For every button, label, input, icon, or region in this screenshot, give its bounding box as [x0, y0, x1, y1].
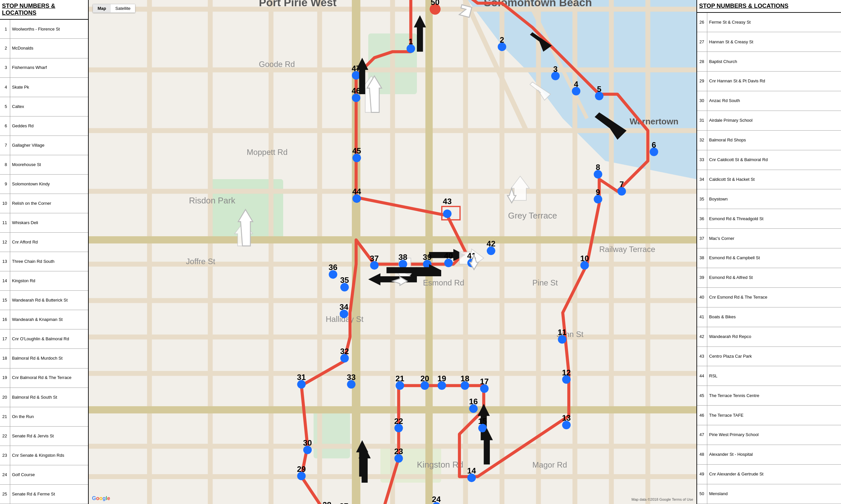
stop-number: 1 [0, 20, 10, 39]
stop-number: 23 [0, 446, 10, 465]
stop-number: 15 [0, 291, 10, 310]
list-item: 3 Fishermans Wharf [0, 58, 88, 77]
stop-number: 14 [0, 271, 10, 291]
list-item: 43 Centro Plaza Car Park [697, 346, 841, 366]
list-item: 35 Boystown [697, 189, 841, 209]
list-item: 2 McDonalds [0, 39, 88, 58]
stop-number: 33 [697, 150, 707, 169]
list-item: 11 Whiskars Deli [0, 213, 88, 233]
stop-name: Alexander St - Hospital [707, 445, 841, 465]
stop-name: Cnr Senate & Kingston Rds [10, 446, 88, 465]
stop-name: Caltex [10, 97, 88, 116]
stop-number: 38 [697, 248, 707, 268]
list-item: 9 Solomontown Kindy [0, 174, 88, 194]
svg-text:Pine St: Pine St [532, 278, 558, 287]
stop-number: 31 [697, 111, 707, 130]
stop-number: 4 [0, 77, 10, 97]
stop-name: Skate Pk [10, 77, 88, 97]
svg-text:20: 20 [420, 374, 429, 383]
svg-text:29: 29 [297, 465, 306, 473]
stop-number: 11 [0, 213, 10, 233]
right-stop-table: 26 Ferme St & Creasy St 27 Hannan St & C… [697, 13, 841, 504]
stop-name: Baptist Church [707, 52, 841, 72]
list-item: 26 Ferme St & Creasy St [697, 13, 841, 32]
stop-name: Cnr Afford Rd [10, 233, 88, 252]
svg-text:23: 23 [394, 447, 403, 456]
list-item: 48 Alexander St - Hospital [697, 445, 841, 465]
svg-text:Goode Rd: Goode Rd [259, 60, 295, 69]
stop-number: 44 [697, 366, 707, 386]
stop-number: 16 [0, 310, 10, 329]
svg-text:21: 21 [396, 374, 405, 383]
svg-text:30: 30 [303, 438, 312, 447]
svg-text:37: 37 [370, 254, 379, 263]
stop-number: 47 [697, 425, 707, 445]
stop-number: 25 [0, 484, 10, 504]
stop-name: The Terrace TAFE [707, 406, 841, 425]
svg-text:43: 43 [443, 197, 452, 206]
svg-text:44: 44 [352, 187, 361, 196]
stop-name: Cnr Caldicott St & Balmoral Rd [707, 150, 841, 169]
stop-number: 18 [0, 349, 10, 368]
svg-text:10: 10 [580, 254, 589, 263]
stop-name: Ferme St & Creasy St [707, 13, 841, 32]
stop-name: Wandearah & Knapman St [10, 310, 88, 329]
list-item: 7 Gallagher Village [0, 136, 88, 155]
stop-name: Pirie West Primary School [707, 425, 841, 445]
map-satellite-toggle[interactable]: Map Satellite [93, 4, 135, 13]
stop-number: 35 [697, 189, 707, 209]
stop-number: 34 [697, 169, 707, 189]
stop-name: Airdale Primary School [707, 111, 841, 130]
stop-number: 29 [697, 72, 707, 91]
stop-name: Caldicott St & Hacket St [707, 169, 841, 189]
stop-name: Esmond Rd & Alfred St [707, 268, 841, 287]
svg-text:34: 34 [340, 303, 348, 311]
svg-text:Joffre St: Joffre St [186, 257, 215, 266]
list-item: 19 Cnr Balmoral Rd & The Terrace [0, 368, 88, 388]
list-item: 50 Mensland [697, 484, 841, 504]
list-item: 8 Moorehouse St [0, 155, 88, 174]
list-item: 21 On the Run [0, 407, 88, 426]
satellite-button[interactable]: Satellite [111, 4, 135, 13]
svg-text:27: 27 [340, 502, 348, 504]
list-item: 34 Caldicott St & Hacket St [697, 169, 841, 189]
svg-text:Port Pirie West: Port Pirie West [259, 0, 337, 8]
list-item: 18 Balmoral Rd & Murdoch St [0, 349, 88, 368]
stop-name: On the Run [10, 407, 88, 426]
svg-text:31: 31 [297, 373, 306, 382]
list-item: 31 Airdale Primary School [697, 111, 841, 130]
stop-name: Senate Rd & Jervis St [10, 426, 88, 446]
stop-name: Centro Plaza Car Park [707, 346, 841, 366]
stop-name: Moorehouse St [10, 155, 88, 174]
map-data-attribution: Map data ©2018 Google Terms of Use [631, 498, 693, 501]
list-item: 38 Esmond Rd & Campbell St [697, 248, 841, 268]
svg-text:16: 16 [469, 397, 478, 406]
list-item: 15 Wandearah Rd & Butterick St [0, 291, 88, 310]
map-container: Map Satellite [89, 0, 697, 504]
list-item: 46 The Terrace TAFE [697, 406, 841, 425]
stop-number: 17 [0, 329, 10, 349]
stop-name: Esmond Rd & Threadgold St [707, 209, 841, 229]
stop-name: Balmoral Rd & South St [10, 388, 88, 407]
list-item: 1 Woolworths - Florence St [0, 20, 88, 39]
list-item: 37 Mac's Corner [697, 229, 841, 248]
svg-text:13: 13 [562, 413, 571, 422]
svg-text:17: 17 [480, 377, 489, 386]
list-item: 13 Three Chain Rd South [0, 252, 88, 271]
stop-name: Cnr Balmoral Rd & The Terrace [10, 368, 88, 388]
stop-number: 43 [697, 346, 707, 366]
svg-text:8: 8 [596, 163, 600, 172]
stop-name: Cnr Hannan St & Pt Davis Rd [707, 72, 841, 91]
list-item: 45 The Terrace Tennis Centre [697, 386, 841, 406]
svg-text:2: 2 [500, 35, 504, 44]
map-button[interactable]: Map [93, 4, 111, 13]
stop-number: 9 [0, 174, 10, 194]
stop-name: Solomontown Kindy [10, 174, 88, 194]
stop-number: 19 [0, 368, 10, 388]
list-item: 24 Golf Course [0, 465, 88, 484]
svg-text:5: 5 [597, 85, 601, 93]
stop-name: Whiskars Deli [10, 213, 88, 233]
stop-number: 50 [697, 484, 707, 504]
stop-number: 49 [697, 464, 707, 484]
list-item: 28 Baptist Church [697, 52, 841, 72]
